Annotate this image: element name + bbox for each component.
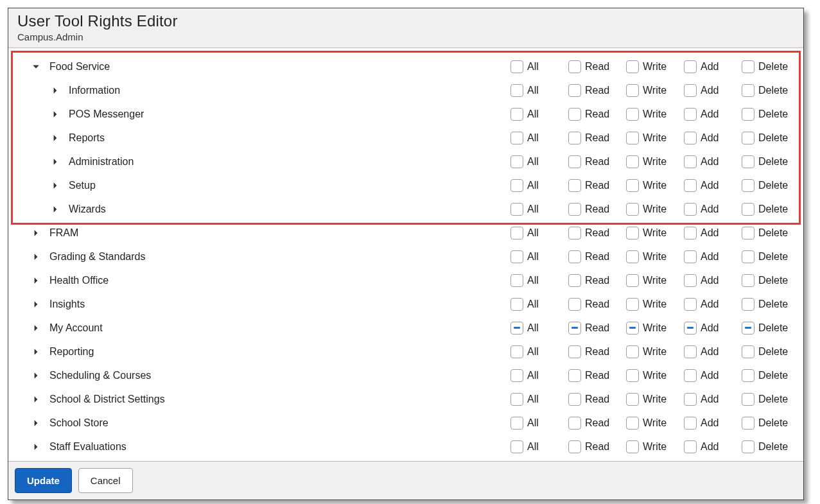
checkbox-delete[interactable] <box>742 155 755 168</box>
tree-item-label[interactable]: Administration <box>69 156 134 168</box>
checkbox-all[interactable] <box>510 274 523 287</box>
checkbox-all[interactable] <box>510 203 523 216</box>
checkbox-write[interactable] <box>626 84 639 97</box>
checkbox-read[interactable] <box>568 155 581 168</box>
checkbox-write[interactable] <box>626 227 639 239</box>
checkbox-delete[interactable] <box>742 227 755 239</box>
checkbox-all[interactable] <box>510 250 523 263</box>
checkbox-read[interactable] <box>568 417 581 430</box>
checkbox-write[interactable] <box>626 345 639 358</box>
checkbox-add[interactable] <box>684 227 697 239</box>
checkbox-read[interactable] <box>568 274 581 287</box>
checkbox-delete[interactable] <box>742 298 755 311</box>
chevron-right-icon[interactable] <box>31 324 40 333</box>
checkbox-add[interactable] <box>684 417 697 430</box>
checkbox-delete[interactable] <box>742 132 755 144</box>
tree-item-label[interactable]: School Store <box>49 417 109 429</box>
checkbox-delete[interactable] <box>742 60 755 73</box>
checkbox-write[interactable] <box>626 274 639 287</box>
checkbox-add[interactable] <box>684 250 697 263</box>
checkbox-all[interactable] <box>510 155 523 168</box>
tree-item-label[interactable]: POS Messenger <box>69 109 144 120</box>
checkbox-add[interactable] <box>684 440 697 453</box>
checkbox-write[interactable] <box>626 250 639 263</box>
chevron-right-icon[interactable] <box>51 110 60 119</box>
checkbox-add[interactable] <box>684 298 697 311</box>
tree-item-label[interactable]: Insights <box>49 299 85 310</box>
checkbox-all[interactable] <box>510 108 523 121</box>
checkbox-read[interactable] <box>568 322 581 335</box>
checkbox-write[interactable] <box>626 155 639 168</box>
checkbox-delete[interactable] <box>742 345 755 358</box>
tree-item-label[interactable]: Reports <box>69 132 105 144</box>
chevron-down-icon[interactable] <box>31 62 40 71</box>
checkbox-add[interactable] <box>684 155 697 168</box>
cancel-button[interactable]: Cancel <box>78 468 133 493</box>
checkbox-read[interactable] <box>568 250 581 263</box>
chevron-right-icon[interactable] <box>51 181 60 190</box>
chevron-right-icon[interactable] <box>31 371 40 380</box>
checkbox-all[interactable] <box>510 60 523 73</box>
checkbox-write[interactable] <box>626 322 639 335</box>
tree-item-label[interactable]: Wizards <box>69 204 106 215</box>
checkbox-write[interactable] <box>626 60 639 73</box>
checkbox-delete[interactable] <box>742 274 755 287</box>
checkbox-read[interactable] <box>568 369 581 382</box>
chevron-right-icon[interactable] <box>31 276 40 285</box>
checkbox-write[interactable] <box>626 369 639 382</box>
checkbox-add[interactable] <box>684 84 697 97</box>
checkbox-add[interactable] <box>684 203 697 216</box>
tree-item-label[interactable]: Health Office <box>49 275 109 286</box>
checkbox-all[interactable] <box>510 179 523 192</box>
checkbox-all[interactable] <box>510 417 523 430</box>
checkbox-write[interactable] <box>626 179 639 192</box>
chevron-right-icon[interactable] <box>51 205 60 214</box>
checkbox-all[interactable] <box>510 132 523 144</box>
checkbox-read[interactable] <box>568 345 581 358</box>
checkbox-delete[interactable] <box>742 393 755 406</box>
checkbox-read[interactable] <box>568 84 581 97</box>
checkbox-add[interactable] <box>684 345 697 358</box>
checkbox-read[interactable] <box>568 132 581 144</box>
checkbox-add[interactable] <box>684 274 697 287</box>
checkbox-read[interactable] <box>568 60 581 73</box>
checkbox-delete[interactable] <box>742 250 755 263</box>
checkbox-all[interactable] <box>510 298 523 311</box>
checkbox-all[interactable] <box>510 440 523 453</box>
chevron-right-icon[interactable] <box>51 157 60 166</box>
update-button[interactable]: Update <box>15 468 72 493</box>
checkbox-write[interactable] <box>626 298 639 311</box>
checkbox-all[interactable] <box>510 393 523 406</box>
checkbox-write[interactable] <box>626 440 639 453</box>
checkbox-delete[interactable] <box>742 108 755 121</box>
checkbox-write[interactable] <box>626 108 639 121</box>
tree-item-label[interactable]: My Account <box>49 322 103 334</box>
chevron-right-icon[interactable] <box>31 347 40 356</box>
checkbox-read[interactable] <box>568 108 581 121</box>
tree-item-label[interactable]: Reporting <box>49 346 94 358</box>
checkbox-add[interactable] <box>684 108 697 121</box>
checkbox-add[interactable] <box>684 132 697 144</box>
checkbox-all[interactable] <box>510 369 523 382</box>
checkbox-write[interactable] <box>626 203 639 216</box>
checkbox-write[interactable] <box>626 393 639 406</box>
chevron-right-icon[interactable] <box>51 134 60 143</box>
checkbox-add[interactable] <box>684 322 697 335</box>
chevron-right-icon[interactable] <box>31 229 40 238</box>
tree-item-label[interactable]: Staff Evaluations <box>49 441 126 453</box>
checkbox-read[interactable] <box>568 227 581 239</box>
tree-item-label[interactable]: FRAM <box>49 227 78 239</box>
checkbox-write[interactable] <box>626 132 639 144</box>
checkbox-delete[interactable] <box>742 84 755 97</box>
checkbox-read[interactable] <box>568 298 581 311</box>
checkbox-add[interactable] <box>684 179 697 192</box>
chevron-right-icon[interactable] <box>31 300 40 309</box>
checkbox-all[interactable] <box>510 345 523 358</box>
tree-item-label[interactable]: Food Service <box>49 61 110 73</box>
checkbox-delete[interactable] <box>742 322 755 335</box>
checkbox-write[interactable] <box>626 417 639 430</box>
checkbox-all[interactable] <box>510 227 523 239</box>
chevron-right-icon[interactable] <box>31 395 40 404</box>
checkbox-delete[interactable] <box>742 179 755 192</box>
chevron-right-icon[interactable] <box>31 442 40 451</box>
